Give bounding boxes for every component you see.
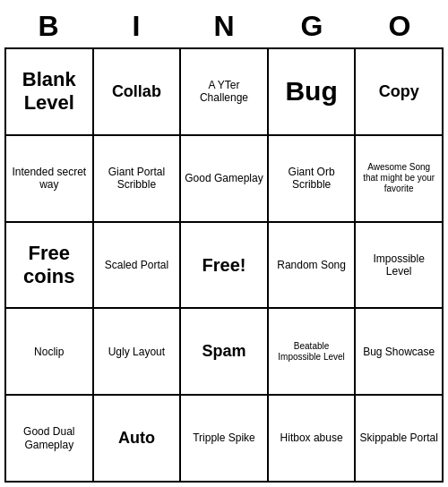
bingo-cell: Scaled Portal [94,223,182,310]
bingo-cell: Hitbox abuse [269,396,357,483]
header-letter: N [180,4,268,47]
bingo-cell: Good Gameplay [181,136,269,223]
bingo-cell: Free! [181,223,269,310]
bingo-cell: Random Song [269,223,357,310]
header-letter: I [92,4,180,47]
bingo-cell: Good Dual Gameplay [6,396,94,483]
bingo-cell: Impossible Level [356,223,444,310]
bingo-cell: Blank Level [6,49,94,136]
bingo-cell: Auto [94,396,182,483]
bingo-cell: Collab [94,49,182,136]
bingo-cell: Copy [356,49,444,136]
bingo-grid: Blank LevelCollabA YTer ChallengeBugCopy… [4,47,444,483]
header-letter: B [4,4,92,47]
bingo-cell: Intended secret way [6,136,94,223]
bingo-row: Intended secret wayGiant Portal Scribble… [6,136,444,223]
bingo-cell: Giant Orb Scribble [269,136,357,223]
bingo-row: Blank LevelCollabA YTer ChallengeBugCopy [6,49,444,136]
bingo-row: Free coinsScaled PortalFree!Random SongI… [6,223,444,310]
bingo-cell: Giant Portal Scribble [94,136,182,223]
bingo-cell: Tripple Spike [181,396,269,483]
bingo-header: BINGO [4,4,444,47]
bingo-cell: Free coins [6,223,94,310]
bingo-cell: Skippable Portal [356,396,444,483]
bingo-cell: Spam [181,309,269,396]
bingo-cell: Bug [269,49,357,136]
bingo-row: Good Dual GameplayAutoTripple SpikeHitbo… [6,396,444,483]
bingo-cell: Bug Showcase [356,309,444,396]
bingo-cell: Ugly Layout [94,309,182,396]
bingo-board: BINGO Blank LevelCollabA YTer ChallengeB… [4,4,444,483]
bingo-cell: Beatable Impossible Level [269,309,357,396]
bingo-cell: A YTer Challenge [181,49,269,136]
header-letter: G [268,4,356,47]
header-letter: O [356,4,444,47]
bingo-cell: Awesome Song that might be your favorite [356,136,444,223]
bingo-cell: Noclip [6,309,94,396]
bingo-row: NoclipUgly LayoutSpamBeatable Impossible… [6,309,444,396]
